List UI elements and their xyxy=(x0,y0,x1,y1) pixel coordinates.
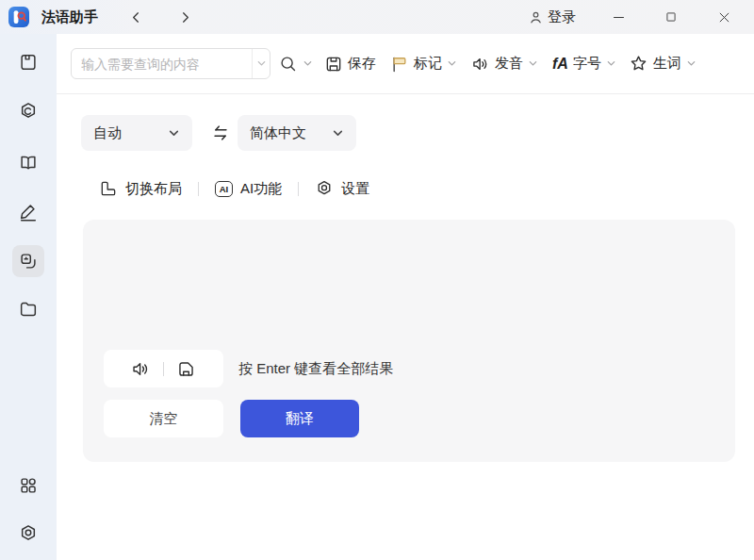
speaker-icon xyxy=(471,55,490,74)
font-size-label: 字号 xyxy=(573,55,601,73)
app-window: 法语助手 登录 xyxy=(0,0,754,560)
toolbar: 保存 标记 发音 fA xyxy=(57,34,754,94)
target-language-chevron-icon xyxy=(332,127,344,140)
search-box xyxy=(71,48,270,79)
result-action-bar xyxy=(104,350,223,387)
sidebar-item-writing[interactable] xyxy=(12,196,44,228)
source-language-value: 自动 xyxy=(93,124,122,142)
settings-label: 设置 xyxy=(341,180,369,198)
sidebar-item-translate[interactable] xyxy=(12,245,44,277)
new-words-button[interactable]: 生词 xyxy=(629,54,697,74)
save-icon xyxy=(324,55,343,74)
source-language-select[interactable]: 自动 xyxy=(81,115,192,151)
save-label: 保存 xyxy=(348,55,376,73)
mark-button[interactable]: 标记 xyxy=(390,55,457,74)
save-result-icon[interactable] xyxy=(176,359,196,379)
sidebar-item-apps[interactable] xyxy=(12,469,44,502)
font-size-icon: fA xyxy=(552,56,568,73)
pronounce-dropdown-icon[interactable] xyxy=(528,58,538,69)
ai-features-label: AI功能 xyxy=(240,180,282,198)
search-button[interactable] xyxy=(278,54,313,74)
apps-grid-icon xyxy=(18,475,39,496)
gear-icon xyxy=(315,179,334,198)
mark-label: 标记 xyxy=(414,55,442,73)
main-area: 保存 标记 发音 fA xyxy=(57,34,754,560)
feature-bar: 切换布局 AI AI功能 设置 xyxy=(99,173,369,205)
settings-gear-icon xyxy=(18,523,39,544)
sidebar-item-reading[interactable] xyxy=(12,146,44,178)
titlebar: 法语助手 登录 xyxy=(0,0,754,34)
switch-layout-label: 切换布局 xyxy=(125,180,182,198)
flag-icon xyxy=(390,55,409,74)
dictionary-icon xyxy=(18,52,39,73)
sidebar-item-dictionary[interactable] xyxy=(12,46,44,78)
star-icon xyxy=(629,54,648,74)
nav-forward-icon[interactable] xyxy=(175,8,194,26)
sidebar-item-settings[interactable] xyxy=(12,518,44,550)
pronounce-button[interactable]: 发音 xyxy=(471,55,538,74)
close-icon[interactable] xyxy=(697,0,750,34)
divider xyxy=(163,362,164,376)
mark-dropdown-icon[interactable] xyxy=(447,58,457,69)
settings-button[interactable]: 设置 xyxy=(315,179,369,198)
ai-features-button[interactable]: AI AI功能 xyxy=(215,180,282,198)
maximize-icon[interactable] xyxy=(645,0,697,34)
source-language-chevron-icon xyxy=(168,127,180,140)
pronounce-label: 发音 xyxy=(495,55,523,73)
search-history-dropdown-icon[interactable] xyxy=(252,49,270,78)
font-size-button[interactable]: fA 字号 xyxy=(552,55,616,73)
hexagon-c-icon xyxy=(18,101,39,122)
new-words-dropdown-icon[interactable] xyxy=(686,58,697,69)
app-title: 法语助手 xyxy=(41,0,98,34)
play-audio-icon[interactable] xyxy=(131,359,151,379)
nav-back-icon[interactable] xyxy=(126,8,145,26)
minimize-icon[interactable] xyxy=(592,0,645,34)
open-book-icon xyxy=(18,152,39,173)
pencil-icon xyxy=(18,202,39,222)
layout-icon xyxy=(99,179,118,198)
window-controls xyxy=(592,0,750,34)
ai-icon: AI xyxy=(215,181,233,197)
clear-button[interactable]: 清空 xyxy=(104,400,223,437)
font-size-dropdown-icon[interactable] xyxy=(606,58,616,69)
swap-languages-icon[interactable] xyxy=(209,123,232,143)
login-label: 登录 xyxy=(548,8,576,26)
user-icon xyxy=(528,9,544,25)
search-icon xyxy=(278,54,298,74)
translate-icon xyxy=(18,251,39,272)
save-button[interactable]: 保存 xyxy=(324,55,376,74)
sidebar-item-files[interactable] xyxy=(12,293,44,325)
divider xyxy=(298,182,299,196)
target-language-select[interactable]: 简体中文 xyxy=(238,115,356,151)
login-button[interactable]: 登录 xyxy=(528,0,576,34)
enter-hint-text: 按 Enter 键查看全部结果 xyxy=(238,350,393,387)
app-logo-icon xyxy=(8,7,29,27)
divider xyxy=(198,182,199,196)
translate-button[interactable]: 翻译 xyxy=(240,400,359,437)
search-input[interactable] xyxy=(72,49,252,78)
sidebar xyxy=(0,34,57,560)
result-panel: 按 Enter 键查看全部结果 清空 翻译 xyxy=(83,220,735,462)
new-words-label: 生词 xyxy=(653,55,681,73)
sidebar-item-courses[interactable] xyxy=(12,95,44,127)
folder-icon xyxy=(18,299,39,320)
target-language-value: 简体中文 xyxy=(250,124,306,142)
search-dropdown-icon[interactable] xyxy=(303,58,313,69)
switch-layout-button[interactable]: 切换布局 xyxy=(99,179,182,198)
